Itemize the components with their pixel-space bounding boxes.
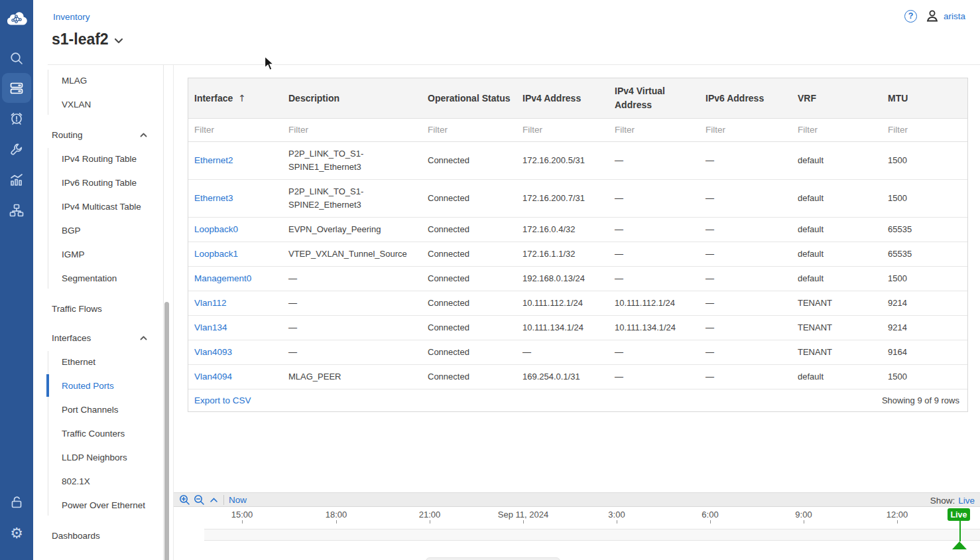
sidebar-scrollbar[interactable] [164,302,169,560]
vrf-cell: default [792,365,882,389]
cloudvision-app: ⚙ Inventory s1-leaf2 ? arista MLAG VXLAN [0,0,980,560]
timeline-collapse-icon[interactable] [206,493,221,506]
chevron-down-icon [114,38,123,44]
sidebar-item-igmp[interactable]: IGMP [33,242,163,266]
status-cell: Connected [422,149,517,173]
device-selector[interactable]: s1-leaf2 [52,31,123,48]
events-alarm-icon[interactable] [0,106,33,130]
ipv4-cell: 172.16.200.5/31 [517,149,609,173]
ipv6-cell: — [700,242,792,266]
filter-input-description[interactable]: Filter [282,119,422,141]
interface-link[interactable]: Management0 [188,267,282,291]
unlock-icon[interactable] [0,490,33,514]
sidebar-section-routing[interactable]: Routing [33,123,163,147]
cloudvision-logo-icon[interactable] [5,10,28,27]
breadcrumb-inventory[interactable]: Inventory [53,12,90,22]
filter-input-vrf[interactable]: Filter [792,119,882,141]
vrf-cell: default [792,242,882,266]
vrf-cell: TENANT [792,340,882,364]
sidebar-item-port-channels[interactable]: Port Channels [33,397,163,421]
table-row: Vlan134 — Connected 10.111.134.1/24 10.1… [188,316,967,340]
sidebar-item-ipv6-routing-table[interactable]: IPv6 Routing Table [33,171,163,194]
mtu-cell: 1500 [882,149,967,173]
column-header-mtu[interactable]: MTU [882,86,967,111]
sidebar-item-bgp[interactable]: BGP [33,218,163,242]
sidebar-item-dashboards[interactable]: Dashboards [33,524,163,547]
column-header-interface[interactable]: Interface↑ [188,86,282,111]
ipv6-cell: — [700,340,792,364]
sidebar-item-vxlan[interactable]: VXLAN [33,92,163,116]
column-header-ipv4-virtual-address[interactable]: IPv4 Virtual Address [609,78,700,118]
status-cell: Connected [422,186,517,210]
mtu-cell: 9164 [882,340,967,364]
table-filter-row: Filter Filter Filter Filter Filter Filte… [188,119,967,142]
sidebar-item-traffic-flows[interactable]: Traffic Flows [33,297,163,320]
sidebar-item-routed-ports[interactable]: Routed Ports [33,374,163,397]
column-header-vrf[interactable]: VRF [792,86,882,111]
table-row: Vlan4093 — Connected — — — TENANT 9164 [188,340,967,365]
ipv6-cell: — [700,365,792,389]
sidebar-section-interfaces[interactable]: Interfaces [33,326,163,350]
interface-link[interactable]: Ethernet3 [188,186,282,210]
column-header-description[interactable]: Description [282,86,422,111]
tick-label-date: Sep 11, 2024 [498,510,548,520]
filter-input-ipv4-virtual-address[interactable]: Filter [609,119,700,141]
interface-link[interactable]: Vlan4094 [188,365,282,389]
live-cursor-badge[interactable]: Live [948,508,970,521]
interface-link[interactable]: Vlan4093 [188,340,282,364]
table-row: Ethernet2 P2P_LINK_TO_S1-SPINE1_Ethernet… [188,142,967,180]
column-header-ipv6-address[interactable]: IPv6 Address [700,86,792,111]
timeline-scrollbar[interactable] [426,557,560,560]
filter-input-operational-status[interactable]: Filter [422,119,517,141]
export-to-csv-link[interactable]: Export to CSV [194,395,251,405]
tick-mark [430,520,430,524]
ipv4-virtual-cell: — [609,340,700,364]
filter-input-ipv4-address[interactable]: Filter [517,119,609,141]
tick-label: 12:00 [887,510,908,520]
interface-link[interactable]: Ethernet2 [188,149,282,173]
timeline-zoom-out-icon[interactable] [192,493,206,506]
search-icon[interactable] [0,46,33,70]
mtu-cell: 9214 [882,291,967,315]
column-header-operational-status[interactable]: Operational Status [422,86,517,111]
provisioning-wrench-icon[interactable] [0,137,33,161]
sidebar-item-segmentation[interactable]: Segmentation [33,266,163,290]
table-row: Loopback1 VTEP_VXLAN_Tunnel_Source Conne… [188,242,967,267]
tick-mark [617,520,617,524]
sidebar-item-ipv4-multicast-table[interactable]: IPv4 Multicast Table [33,194,163,218]
sidebar-item-ethernet[interactable]: Ethernet [33,350,163,374]
filter-input-interface[interactable]: Filter [188,119,282,141]
help-icon[interactable]: ? [904,10,917,23]
sidebar-item-power-over-ethernet[interactable]: Power Over Ethernet [33,493,163,517]
table-header-row: Interface↑ Description Operational Statu… [188,78,967,119]
user-icon [925,9,940,23]
interface-link[interactable]: Loopback1 [188,242,282,266]
sidebar-item-lldp-neighbors[interactable]: LLDP Neighbors [33,445,163,469]
settings-gear-icon[interactable]: ⚙ [0,522,33,545]
interface-link[interactable]: Vlan112 [188,291,282,315]
description-cell: — [282,291,422,315]
ipv4-virtual-cell: — [609,267,700,291]
tick-label: 9:00 [795,510,812,520]
ipv4-cell: 169.254.0.1/31 [517,365,609,389]
timeline-zoom-in-icon[interactable] [177,493,192,506]
ipv4-virtual-cell: 10.111.134.1/24 [609,316,700,340]
interface-link[interactable]: Loopback0 [188,218,282,242]
sidebar-item-mlag[interactable]: MLAG [33,68,163,92]
timeline-now-link[interactable]: Now [229,495,247,505]
sidebar-item-traffic-counters[interactable]: Traffic Counters [33,421,163,445]
inventory-devices-icon[interactable] [2,73,31,103]
metrics-chart-icon[interactable] [0,168,33,192]
sidebar-item-ipv4-routing-table[interactable]: IPv4 Routing Table [33,147,163,171]
filter-input-mtu[interactable]: Filter [882,119,967,141]
sidebar-item-8021x[interactable]: 802.1X [33,469,163,493]
topology-icon[interactable] [0,198,33,222]
user-menu[interactable]: arista [925,9,965,23]
timeline-lane[interactable] [204,529,980,540]
chevron-up-icon [140,336,147,340]
filter-input-ipv6-address[interactable]: Filter [700,119,792,141]
column-header-ipv4-address[interactable]: IPv4 Address [517,86,609,111]
show-live-link[interactable]: Live [958,496,975,506]
header-actions: ? arista [904,9,965,23]
interface-link[interactable]: Vlan134 [188,316,282,340]
